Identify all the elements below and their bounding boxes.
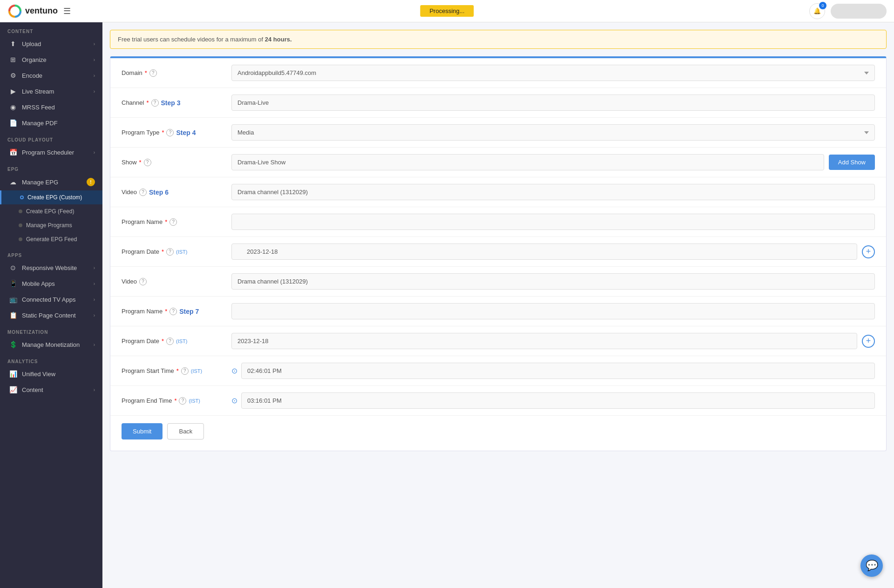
submit-button[interactable]: Submit [122, 423, 163, 439]
sidebar-item-mrss-feed[interactable]: ◉ MRSS Feed [0, 99, 102, 115]
form-footer: Submit Back [110, 416, 886, 439]
sidebar-label-upload: Upload [22, 41, 41, 47]
topbar-center: Processing... [420, 5, 474, 17]
organize-icon: ⊞ [9, 56, 17, 63]
form-row-end-time: Program End Time * ? (IST) ⊙ [110, 386, 886, 416]
sidebar-item-program-scheduler[interactable]: 📅 Program Scheduler › [0, 144, 102, 160]
add-date2-button[interactable]: + [862, 335, 875, 348]
sidebar-label-responsive: Responsive Website [22, 264, 77, 271]
program-type-select[interactable]: Media [231, 124, 875, 141]
sidebar-item-mobile-apps[interactable]: 📱 Mobile Apps › [0, 276, 102, 291]
sidebar-label-manage-epg: Manage EPG [22, 179, 58, 186]
sidebar-label-generate-epg-feed: Generate EPG Feed [26, 236, 77, 243]
start-time-input[interactable] [241, 363, 875, 379]
end-time-wrap: ⊙ [231, 392, 875, 409]
logo-icon [7, 4, 22, 19]
program-name1-input[interactable] [231, 214, 875, 230]
show-help-icon[interactable]: ? [144, 159, 151, 166]
video2-input[interactable] [231, 273, 875, 290]
domain-help-icon[interactable]: ? [149, 69, 157, 77]
video1-input[interactable] [231, 184, 875, 200]
user-menu-button[interactable] [831, 4, 887, 19]
video2-help-icon[interactable]: ? [139, 278, 147, 285]
topbar-left: ventuno ☰ [7, 4, 71, 19]
processing-badge: Processing... [420, 5, 474, 17]
sidebar-item-manage-epg[interactable]: ☁ Manage EPG ! [0, 174, 102, 190]
sidebar-label-connected-tv: Connected TV Apps [22, 296, 75, 303]
end-time-help-icon[interactable]: ? [179, 397, 186, 405]
video2-control [231, 273, 875, 290]
alert-banner: Free trial users can schedule videos for… [110, 30, 887, 49]
sidebar-label-organize: Organize [22, 56, 47, 63]
start-time-ist: (IST) [191, 368, 202, 374]
sidebar-item-responsive-website[interactable]: ⊙ Responsive Website › [0, 260, 102, 276]
domain-label: Domain * ? [122, 69, 224, 77]
logo-text: ventuno [25, 6, 58, 16]
notification-button[interactable]: 🔔 0 [809, 3, 825, 19]
video1-label: Video ? Step 6 [122, 189, 224, 196]
hamburger-icon[interactable]: ☰ [63, 6, 71, 16]
program-date2-ist: (IST) [176, 338, 187, 344]
program-date2-input[interactable] [231, 333, 857, 349]
sidebar-item-manage-monetization[interactable]: 💲 Manage Monetization › [0, 337, 102, 352]
sub-dot [19, 210, 22, 213]
sidebar-item-content-analytics[interactable]: 📈 Content › [0, 382, 102, 398]
sidebar-item-live-stream[interactable]: ▶ Live Stream › [0, 83, 102, 99]
sidebar-item-upload[interactable]: ⬆ Upload › [0, 36, 102, 52]
channel-help-icon[interactable]: ? [151, 99, 159, 107]
program-date2-label: Program Date * ? (IST) [122, 338, 224, 345]
program-date1-input[interactable] [231, 243, 857, 260]
program-date2-help-icon[interactable]: ? [166, 338, 174, 345]
sidebar-label-manage-pdf: Manage PDF [22, 120, 58, 127]
channel-input[interactable] [231, 95, 875, 111]
sidebar-item-organize[interactable]: ⊞ Organize › [0, 52, 102, 68]
program-type-help-icon[interactable]: ? [166, 129, 174, 136]
sidebar-item-create-epg-custom[interactable]: Create EPG (Custom) [0, 190, 102, 204]
sidebar-item-encode[interactable]: ⚙ Encode › [0, 68, 102, 83]
sidebar-item-manage-programs[interactable]: Manage Programs [0, 218, 102, 232]
date-input-wrap2: + [231, 333, 875, 349]
sidebar-item-generate-epg-feed[interactable]: Generate EPG Feed [0, 232, 102, 246]
end-time-input[interactable] [241, 392, 875, 409]
form-row-video1: Video ? Step 6 [110, 177, 886, 207]
required-star: * [146, 99, 149, 106]
clock-icon-end: ⊙ [231, 396, 237, 405]
sidebar-item-connected-tv[interactable]: 📺 Connected TV Apps › [0, 291, 102, 307]
show-control: Add Show [231, 154, 875, 170]
add-show-button[interactable]: Add Show [829, 155, 875, 170]
required-star: * [162, 338, 164, 345]
sidebar-section-cloud-playout: CLOUD PLAYOUT [0, 131, 102, 144]
live-stream-icon: ▶ [9, 88, 17, 95]
back-button[interactable]: Back [167, 423, 204, 439]
program-date1-help-icon[interactable]: ? [166, 248, 174, 256]
chevron-icon: › [94, 57, 95, 62]
topbar: ventuno ☰ Processing... 🔔 0 [0, 0, 894, 22]
form-row-start-time: Program Start Time * ? (IST) ⊙ [110, 356, 886, 386]
required-star: * [165, 218, 167, 225]
program-date2-control: + [231, 333, 875, 349]
sidebar-item-unified-view[interactable]: 📊 Unified View [0, 366, 102, 382]
domain-select[interactable]: Androidappbuild5.47749.com [231, 65, 875, 81]
start-time-control: ⊙ [231, 363, 875, 379]
sidebar-section-content: CONTENT [0, 22, 102, 36]
chat-button[interactable]: 💬 [860, 554, 883, 577]
sidebar-item-manage-pdf[interactable]: 📄 Manage PDF [0, 115, 102, 131]
show-input[interactable] [231, 154, 824, 170]
program-name2-control [231, 303, 875, 319]
chevron-icon: › [94, 150, 95, 155]
start-time-label: Program Start Time * ? (IST) [122, 367, 224, 375]
video1-help-icon[interactable]: ? [139, 189, 147, 196]
layout: CONTENT ⬆ Upload › ⊞ Organize › ⚙ Encode… [0, 22, 894, 588]
program-name2-input[interactable] [231, 303, 875, 319]
pdf-icon: 📄 [9, 119, 17, 127]
form-row-channel: Channel * ? Step 3 [110, 88, 886, 118]
sidebar-label-monetization: Manage Monetization [22, 341, 80, 348]
content-analytics-icon: 📈 [9, 386, 17, 393]
sidebar-item-static-page-content[interactable]: 📋 Static Page Content › [0, 307, 102, 323]
program-name2-help-icon[interactable]: ? [169, 308, 177, 315]
program-name1-help-icon[interactable]: ? [169, 218, 177, 226]
sidebar-label-mrss: MRSS Feed [22, 104, 55, 111]
start-time-help-icon[interactable]: ? [181, 367, 189, 375]
add-date1-button[interactable]: + [862, 245, 875, 258]
sidebar-item-create-epg-feed[interactable]: Create EPG (Feed) [0, 204, 102, 218]
